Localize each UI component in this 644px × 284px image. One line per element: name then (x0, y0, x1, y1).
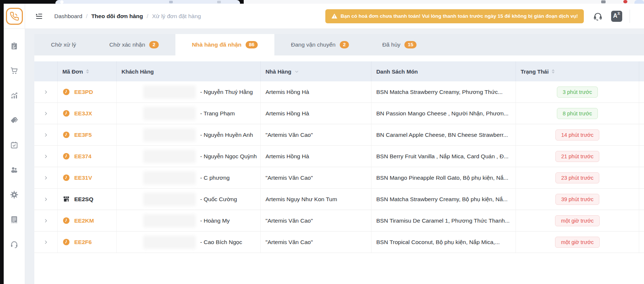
browser-extension-icon (623, 0, 627, 3)
tab-nha-hang-da-nhan[interactable]: Nhà hàng đã nhận 86 (175, 34, 274, 55)
order-code-link[interactable]: EE2KM (74, 217, 94, 224)
sidebar-item-analytics[interactable] (4, 83, 25, 108)
redacted-phone (143, 128, 196, 142)
order-code-link[interactable]: EE3F5 (74, 132, 92, 138)
sort-icon[interactable] (86, 69, 89, 74)
clock-icon (62, 109, 70, 117)
browser-tab-close-icon (217, 1, 221, 3)
dish-list: BSN Mango Pineapple Roll Gato, Bộ phụ ki… (371, 167, 515, 188)
breadcrumb-current-page: Xử lý đơn đặt hàng (152, 13, 201, 20)
status-badge: 39 phút trước (555, 194, 600, 205)
customer-name: - C phương (200, 175, 230, 181)
customer-name: - Nguyễn Ngọc Quỳnh (200, 153, 257, 160)
language-switch-button[interactable]: A文 (611, 11, 622, 22)
sidebar-item-customers[interactable] (4, 158, 25, 182)
chart-icon (10, 91, 18, 100)
browser-profile-avatar (634, 0, 644, 4)
sidebar-nav (4, 29, 25, 257)
order-type-icon (62, 174, 70, 182)
extra-cell (639, 189, 644, 210)
sidebar-item-promotions[interactable] (4, 108, 25, 133)
status-badge: 21 phút trước (555, 151, 600, 162)
sidebar-item-orders[interactable] (4, 34, 25, 58)
orders-table-card: Mã Đơn Khách Hàng Nhà Hàng Danh Sách Món (34, 55, 644, 284)
status-badge: một giờ trước (555, 215, 599, 226)
order-code-link[interactable]: EE2F6 (74, 239, 92, 246)
sidebar-item-support[interactable] (4, 232, 25, 257)
browser-extension-icon (601, 0, 606, 3)
expand-row-button[interactable] (34, 124, 57, 145)
order-code-link[interactable]: EE3PD (74, 89, 93, 95)
receipt-icon (10, 215, 18, 224)
sort-icon[interactable] (552, 69, 555, 74)
customer-name: - Hoàng My (200, 217, 230, 224)
expand-row-button[interactable] (34, 167, 57, 188)
headset-icon (593, 11, 603, 21)
sidebar-item-settings[interactable] (4, 182, 25, 207)
breadcrumb-dashboard[interactable]: Dashboard (54, 13, 82, 20)
clipboard-check-icon (10, 42, 18, 50)
restaurant-name: Artemis Hồng Hà (260, 146, 371, 167)
status-badge: một giờ trước (555, 237, 599, 248)
browser-tab-mark (169, 1, 173, 3)
table-row: EE2SQ - Quốc Cường Artemis Ngụy Như Kon … (34, 189, 644, 210)
sidebar-item-cart[interactable] (4, 58, 25, 83)
expand-row-button[interactable] (34, 189, 57, 210)
header-trang-thai[interactable]: Trạng Thái (515, 61, 639, 81)
expand-row-button[interactable] (34, 103, 57, 124)
table-row: EE3F5 - Nguyễn Huyền Anh "Artemis Văn Ca… (34, 124, 644, 146)
sidebar-item-invoices[interactable] (4, 207, 25, 232)
chevron-down-icon[interactable] (294, 69, 299, 74)
menu-fold-icon[interactable] (35, 12, 43, 20)
order-type-icon (62, 152, 70, 160)
order-code-link[interactable]: EE374 (74, 153, 92, 160)
tab-badge: 2 (149, 41, 159, 48)
tab-label: Chờ xử lý (51, 41, 76, 48)
extra-cell (639, 103, 644, 124)
sidebar (4, 4, 25, 284)
order-code-link[interactable]: EE31V (74, 175, 92, 181)
table-row: EE2KM - Hoàng My "Artemis Văn Cao" BSN T… (34, 210, 644, 231)
sidebar-item-schedule[interactable] (4, 133, 25, 158)
expand-row-button[interactable] (34, 231, 57, 253)
partial-next-row (34, 253, 644, 284)
expand-row-button[interactable] (34, 210, 57, 231)
extra-cell (639, 81, 644, 102)
dish-list: BSN Tiramisu De Caramel 1, Phương Thức T… (371, 210, 515, 231)
gear-icon (10, 190, 18, 199)
restaurant-name: Artemis Hồng Hà (260, 103, 371, 124)
expand-row-button[interactable] (34, 81, 57, 102)
status-badge: 23 phút trước (555, 172, 600, 183)
tab-badge: 15 (404, 41, 417, 48)
tab-da-huy[interactable]: Đã hủy 15 (366, 34, 433, 55)
tab-badge: 86 (246, 41, 258, 48)
table-row: EE374 - Nguyễn Ngọc Quỳnh Artemis Hồng H… (34, 146, 644, 167)
header-nha-hang[interactable]: Nhà Hàng (260, 61, 371, 81)
breadcrumb-order-tracking[interactable]: Theo dõi đơn hàng (91, 13, 143, 20)
header-ma-don[interactable]: Mã Đơn (57, 61, 116, 81)
table-row: EE3JX - Trang Phạm Artemis Hồng Hà BN Pa… (34, 103, 644, 124)
clock-icon (62, 238, 70, 246)
expand-row-button[interactable] (34, 146, 57, 167)
redacted-phone (143, 171, 196, 185)
clock-icon (62, 131, 70, 139)
dish-list: BN Caramel Apple Cheese, BN Cheese Straw… (371, 124, 515, 145)
header-expand-col (34, 61, 57, 81)
order-code-link[interactable]: EE3JX (74, 110, 92, 117)
main-area: Dashboard / Theo dõi đơn hàng / Xử lý đơ… (25, 4, 644, 284)
restaurant-name: "Artemis Văn Cao" (260, 124, 371, 145)
app-logo[interactable] (6, 8, 23, 25)
chevron-right-icon (43, 111, 48, 116)
chevron-right-icon (43, 197, 48, 202)
order-code-link[interactable]: EE2SQ (74, 196, 93, 203)
tab-cho-xu-ly[interactable]: Chờ xử lý (34, 34, 93, 55)
logo-container (4, 4, 25, 29)
tab-dang-van-chuyen[interactable]: Đang vận chuyển 2 (274, 34, 366, 55)
order-type-icon (62, 109, 70, 117)
tab-label: Đã hủy (382, 41, 400, 48)
order-status-tabs: Chờ xử lý Chờ xác nhận 2 Nhà hàng đã nhậ… (34, 34, 644, 55)
order-type-icon (62, 195, 70, 203)
support-button[interactable] (593, 11, 603, 21)
tab-cho-xac-nhan[interactable]: Chờ xác nhận 2 (93, 34, 175, 55)
redacted-phone (143, 193, 196, 206)
